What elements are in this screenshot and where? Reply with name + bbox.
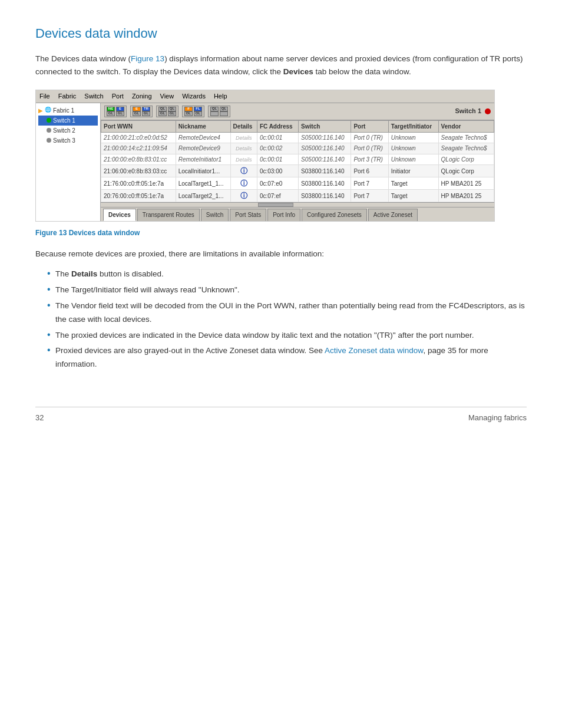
tab-active-zoneset[interactable]: Active Zoneset (368, 209, 418, 221)
tab-devices[interactable]: Devices (103, 209, 136, 221)
tab-port-info[interactable]: Port Info (267, 209, 300, 221)
cell-port-wwn: 20:76:00:c0:ff:05:1e:7a (101, 190, 176, 202)
toolbar-cell-gl8 (220, 111, 228, 116)
cell-details[interactable]: Details (230, 143, 257, 154)
switch1-status-dot (47, 118, 51, 123)
tree-fabric1[interactable]: ▶ 🌐 Fabric 1 (38, 106, 98, 116)
menu-zoning[interactable]: Zoning (132, 91, 152, 101)
tree-switch2[interactable]: Switch 2 (38, 126, 98, 136)
switch2-status-dot (47, 128, 51, 133)
body-text: Because remote devices are proxied, ther… (35, 248, 527, 261)
bullet-grayed-out: Proxied devices are also grayed-out in t… (47, 344, 527, 371)
cell-target-initiator: Unknown (388, 132, 438, 143)
app-area: ▶ 🌐 Fabric 1 Switch 1 Switch 2 Switch 3 (36, 103, 494, 222)
cell-port: Port 0 (TR) (351, 143, 388, 154)
toolbar-block-2[interactable]: E TR GL GL (130, 106, 153, 117)
tree-switch1[interactable]: Switch 1 (38, 116, 98, 126)
bullet-details: The Details button is disabled. (47, 268, 527, 281)
menu-wizards[interactable]: Wizards (182, 91, 206, 101)
table-row: 21:06:00:e0:8b:83:03:cc LocalInitiator1.… (101, 165, 494, 177)
tab-switch[interactable]: Switch (201, 209, 229, 221)
switch3-label: Switch 3 (53, 136, 75, 145)
col-port-wwn: Port WWN (101, 120, 176, 132)
details-btn-disabled: Details (236, 135, 252, 141)
toolbar-block-1[interactable]: NE E GL GL (104, 106, 127, 117)
col-fc-address: FC Address (257, 120, 298, 132)
cell-details[interactable]: ⓘ (230, 190, 257, 202)
figure-link[interactable]: Figure 13 (131, 54, 164, 63)
menu-help[interactable]: Help (214, 91, 227, 101)
switch-status-dot (485, 108, 491, 114)
toolbar-cell-gl6: GL (168, 111, 176, 116)
cell-port-wwn: 21:76:00:c0:ff:05:1e:7a (101, 177, 176, 190)
cell-target-initiator: Target (388, 177, 438, 190)
toolbar-block-5[interactable]: QL QL (208, 106, 230, 117)
col-target-initiator: Target/Initiator (388, 120, 438, 132)
menu-switch[interactable]: Switch (84, 91, 103, 101)
cell-port-wwn: 21:00:00:14:c2:11:09:54 (101, 143, 176, 154)
details-bold: Details (71, 269, 97, 278)
menu-fabric[interactable]: Fabric (58, 91, 77, 101)
menu-file[interactable]: File (39, 91, 50, 101)
tab-transparent-routes[interactable]: Transparent Routes (137, 209, 200, 221)
cell-fc-address: 0c:00:01 (257, 154, 298, 165)
bullet-target-initiator: The Target/Initiator field will always r… (47, 284, 527, 297)
cell-vendor: HP MBA201 25 (438, 190, 494, 202)
switch3-status-dot (47, 138, 51, 143)
menu-bar: File Fabric Switch Port Zoning View Wiza… (36, 90, 494, 103)
toolbar-block-4[interactable]: F FL DL OL (182, 106, 204, 117)
fabric1-label: Fabric 1 (53, 106, 74, 115)
cell-port: Port 6 (351, 165, 388, 177)
fabric-icon: 🌐 (45, 106, 51, 114)
devices-table: Port WWN Nickname Details FC Address Swi… (101, 120, 494, 203)
cell-switch: S03800:116.140 (299, 177, 351, 190)
menu-view[interactable]: View (160, 91, 174, 101)
cell-port: Port 0 (TR) (351, 132, 388, 143)
toolbar-cell-gl5: GL (158, 111, 167, 116)
cell-fc-address: 0c:07:e0 (257, 177, 298, 190)
table-row: 21:00:00:14:c2:11:09:54 RemoteDevice9 De… (101, 143, 494, 154)
toolbar-cell-gl4: GL (142, 111, 150, 116)
cell-vendor: Seagate Techno$ (438, 143, 494, 154)
cell-target-initiator: Target (388, 190, 438, 202)
table-row: 20:76:00:c0:ff:05:1e:7a LocalTarget2_1..… (101, 190, 494, 202)
cell-switch: S05000:116.140 (299, 154, 351, 165)
details-icon[interactable]: ⓘ (240, 167, 247, 175)
col-switch: Switch (299, 120, 351, 132)
details-btn-disabled: Details (236, 157, 252, 163)
cell-nickname: RemoteDevice4 (176, 132, 230, 143)
active-zoneset-link[interactable]: Active Zoneset data window (325, 346, 423, 355)
cell-nickname: RemoteDevice9 (176, 143, 230, 154)
page-footer: 32 Managing fabrics (35, 407, 527, 424)
table-header-row: Port WWN Nickname Details FC Address Swi… (101, 120, 494, 132)
switch1-label: Switch 1 (53, 116, 75, 125)
cell-switch: S05000:116.140 (299, 132, 351, 143)
tab-port-stats[interactable]: Port Stats (230, 209, 266, 221)
menu-port[interactable]: Port (112, 91, 124, 101)
screenshot-container: File Fabric Switch Port Zoning View Wiza… (35, 90, 495, 222)
cell-port-wwn: 21:00:00:e0:8b:83:01:cc (101, 154, 176, 165)
toolbar-block-3[interactable]: QL QL GL GL (156, 106, 178, 117)
tree-switch3[interactable]: Switch 3 (38, 136, 98, 146)
tab-configured-zonesets[interactable]: Configured Zonesets (302, 209, 367, 221)
scrollbar-thumb[interactable] (258, 203, 293, 207)
cell-details[interactable]: Details (230, 132, 257, 143)
toolbar-cell-ql4: QL (220, 107, 228, 111)
toolbar-cell-gl2: GL (116, 111, 124, 116)
cell-details[interactable]: ⓘ (230, 165, 257, 177)
details-icon[interactable]: ⓘ (240, 179, 247, 187)
cell-nickname: LocalTarget1_1... (176, 177, 230, 190)
cell-fc-address: 0c:03:00 (257, 165, 298, 177)
bullet-proxied-italic: The proxied devices are indicated in the… (47, 329, 527, 342)
switch-name-label: Switch 1 (455, 106, 491, 116)
toolbar-cell-e2: E (133, 107, 141, 111)
cell-target-initiator: Initiator (388, 165, 438, 177)
col-nickname: Nickname (176, 120, 230, 132)
cell-nickname: LocalInitiator1... (176, 165, 230, 177)
cell-fc-address: 0c:00:01 (257, 132, 298, 143)
horizontal-scrollbar[interactable] (101, 202, 494, 207)
cell-vendor: QLogic Corp (438, 165, 494, 177)
details-icon[interactable]: ⓘ (240, 192, 247, 200)
cell-details[interactable]: ⓘ (230, 177, 257, 190)
cell-details[interactable]: Details (230, 154, 257, 165)
